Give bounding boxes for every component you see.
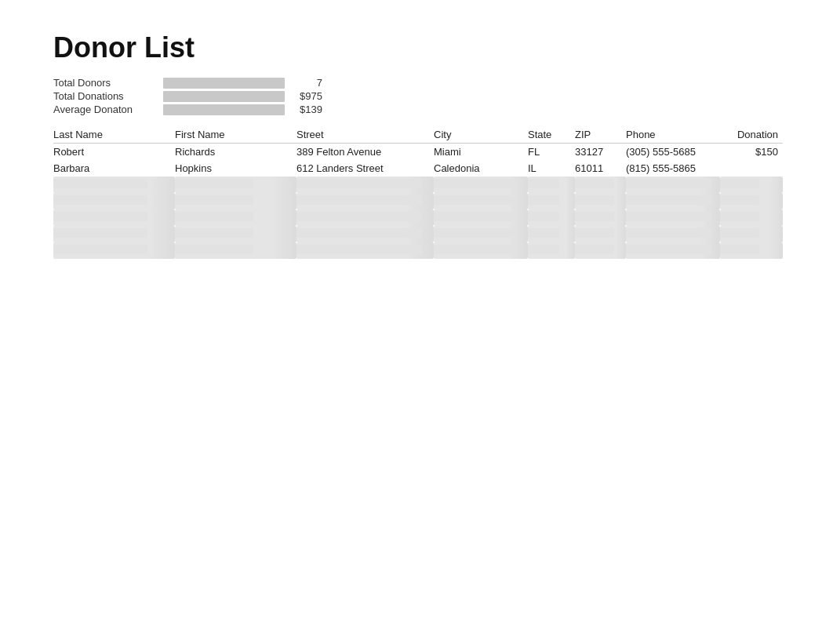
cell-last_name: Barbara: [53, 160, 175, 176]
blurred-cell: [53, 176, 175, 193]
average-donation-label: Average Donaton: [53, 104, 163, 115]
blurred-cell: [296, 176, 434, 193]
col-street: Street: [296, 126, 434, 144]
blurred-cell: [575, 176, 626, 193]
col-donation: Donation: [720, 126, 783, 144]
page-title: Donor List: [53, 31, 780, 64]
cell-phone: (305) 555-5685: [626, 144, 720, 161]
blurred-cell: [720, 242, 783, 259]
blurred-cell: [626, 226, 720, 242]
total-donors-label: Total Donors: [53, 77, 163, 89]
cell-donation: [720, 160, 783, 176]
cell-city: Miami: [434, 144, 528, 161]
cell-zip: 33127: [575, 144, 626, 161]
table-row: RobertRichards389 Felton AvenueMiamiFL33…: [53, 144, 783, 161]
cell-city: Caledonia: [434, 160, 528, 176]
blurred-cell: [575, 226, 626, 242]
total-donations-row: Total Donations $975: [53, 90, 780, 102]
average-donation-bar: [163, 104, 285, 115]
table-row-blurred: [53, 209, 783, 226]
blurred-cell: [296, 226, 434, 242]
average-donation-bar-group: $139: [163, 104, 322, 115]
average-donation-value: $139: [291, 104, 322, 115]
total-donors-bar: [163, 78, 285, 89]
blurred-cell: [575, 242, 626, 259]
summary-section: Total Donors 7 Total Donations $975 Aver…: [53, 77, 780, 115]
blurred-cell: [296, 242, 434, 259]
cell-donation: $150: [720, 144, 783, 161]
col-state: State: [528, 126, 575, 144]
page-container: Donor List Total Donors 7 Total Donation…: [0, 0, 833, 290]
blurred-cell: [720, 176, 783, 193]
blurred-cell: [296, 209, 434, 226]
blurred-cell: [720, 209, 783, 226]
blurred-cell: [626, 209, 720, 226]
donor-table: Last Name First Name Street City State Z…: [53, 126, 783, 259]
blurred-cell: [175, 226, 296, 242]
blurred-cell: [434, 242, 528, 259]
col-phone: Phone: [626, 126, 720, 144]
blurred-cell: [53, 209, 175, 226]
blurred-cell: [575, 193, 626, 209]
table-row-blurred: [53, 176, 783, 193]
blurred-cell: [720, 226, 783, 242]
cell-street: 389 Felton Avenue: [296, 144, 434, 161]
blurred-cell: [626, 242, 720, 259]
cell-first_name: Richards: [175, 144, 296, 161]
col-city: City: [434, 126, 528, 144]
blurred-cell: [434, 209, 528, 226]
blurred-cell: [175, 193, 296, 209]
cell-state: FL: [528, 144, 575, 161]
blurred-cell: [434, 226, 528, 242]
cell-street: 612 Landers Street: [296, 160, 434, 176]
table-row-blurred: [53, 242, 783, 259]
total-donations-label: Total Donations: [53, 90, 163, 102]
total-donations-value: $975: [291, 90, 322, 102]
col-first-name: First Name: [175, 126, 296, 144]
blurred-cell: [434, 193, 528, 209]
blurred-cell: [528, 176, 575, 193]
average-donation-row: Average Donaton $139: [53, 104, 780, 115]
total-donations-bar-group: $975: [163, 90, 322, 102]
total-donations-bar: [163, 91, 285, 102]
blurred-cell: [175, 242, 296, 259]
blurred-cell: [528, 226, 575, 242]
cell-phone: (815) 555-5865: [626, 160, 720, 176]
blurred-cell: [528, 193, 575, 209]
blurred-cell: [296, 193, 434, 209]
blurred-cell: [53, 242, 175, 259]
cell-first_name: Hopkins: [175, 160, 296, 176]
blurred-cell: [720, 193, 783, 209]
total-donors-row: Total Donors 7: [53, 77, 780, 89]
blurred-cell: [626, 176, 720, 193]
blurred-cell: [175, 176, 296, 193]
blurred-cell: [528, 242, 575, 259]
blurred-cell: [575, 209, 626, 226]
table-row-blurred: [53, 226, 783, 242]
blurred-cell: [53, 226, 175, 242]
blurred-cell: [528, 209, 575, 226]
total-donors-value: 7: [291, 77, 322, 89]
blurred-cell: [175, 209, 296, 226]
col-zip: ZIP: [575, 126, 626, 144]
cell-zip: 61011: [575, 160, 626, 176]
blurred-cell: [626, 193, 720, 209]
cell-state: IL: [528, 160, 575, 176]
table-header-row: Last Name First Name Street City State Z…: [53, 126, 783, 144]
blurred-cell: [53, 193, 175, 209]
table-row-blurred: [53, 193, 783, 209]
cell-last_name: Robert: [53, 144, 175, 161]
table-row: BarbaraHopkins612 Landers StreetCaledoni…: [53, 160, 783, 176]
blurred-cell: [434, 176, 528, 193]
col-last-name: Last Name: [53, 126, 175, 144]
total-donors-bar-group: 7: [163, 77, 322, 89]
